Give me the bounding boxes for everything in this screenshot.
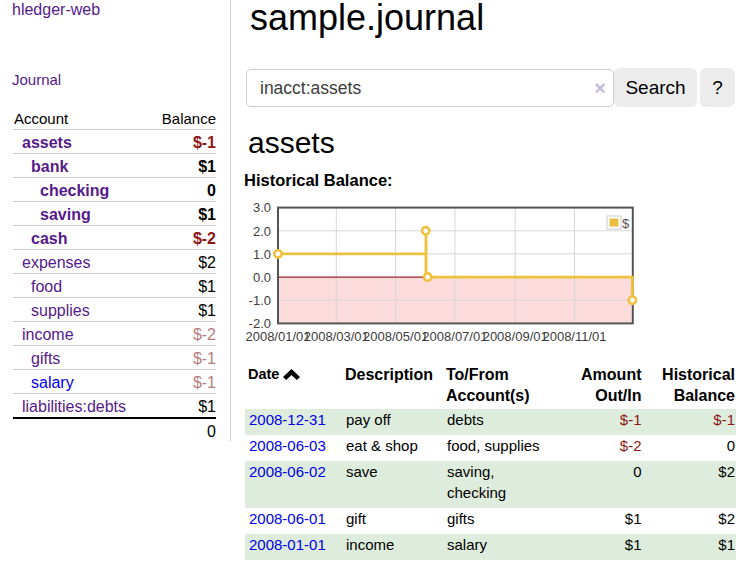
svg-text:2008/03/01: 2008/03/01 [304, 329, 369, 344]
svg-text:2008/11/01: 2008/11/01 [542, 329, 606, 344]
svg-text:2008/09/01: 2008/09/01 [483, 329, 548, 344]
svg-text:1.0: 1.0 [253, 247, 271, 262]
svg-text:0.0: 0.0 [253, 270, 271, 285]
svg-text:3.0: 3.0 [253, 200, 271, 215]
svg-text:-1.0: -1.0 [249, 293, 271, 308]
svg-text:2008/05/01: 2008/05/01 [363, 329, 428, 344]
svg-text:2008/01/01: 2008/01/01 [245, 329, 310, 344]
svg-text:$: $ [622, 216, 630, 231]
svg-text:2.0: 2.0 [253, 224, 271, 239]
svg-text:2008/07/01: 2008/07/01 [422, 329, 487, 344]
